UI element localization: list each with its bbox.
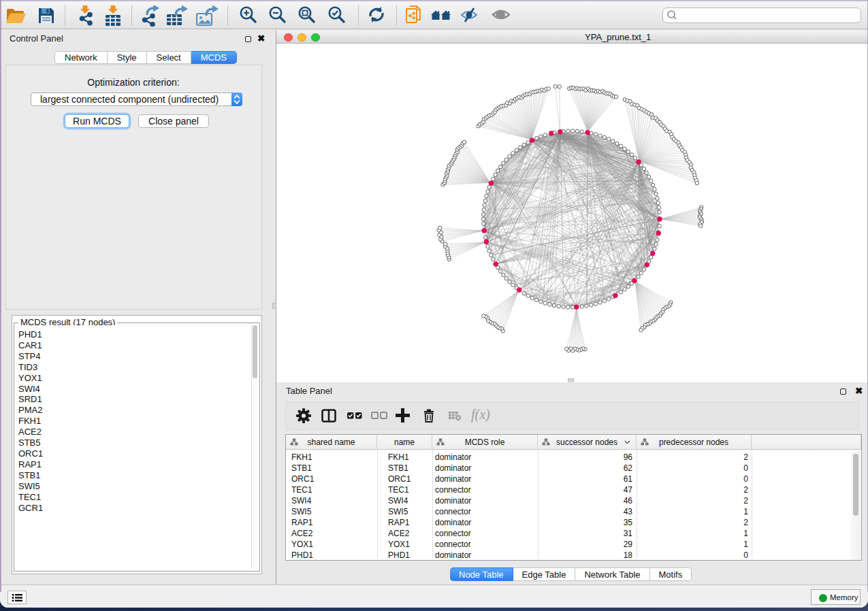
svg-text:f(x): f(x)	[471, 408, 490, 423]
